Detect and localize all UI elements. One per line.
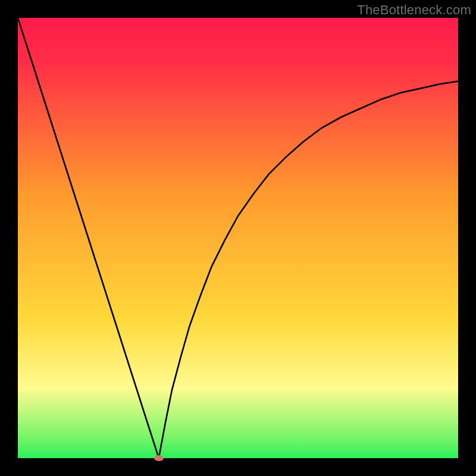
plot-area [18, 18, 458, 458]
left-branch-path [18, 18, 159, 458]
chart-frame: TheBottleneck.com [0, 0, 476, 476]
bottleneck-curve [18, 18, 458, 458]
watermark-text: TheBottleneck.com [357, 2, 471, 18]
optimal-point-marker [154, 455, 164, 461]
right-branch-path [159, 82, 458, 458]
